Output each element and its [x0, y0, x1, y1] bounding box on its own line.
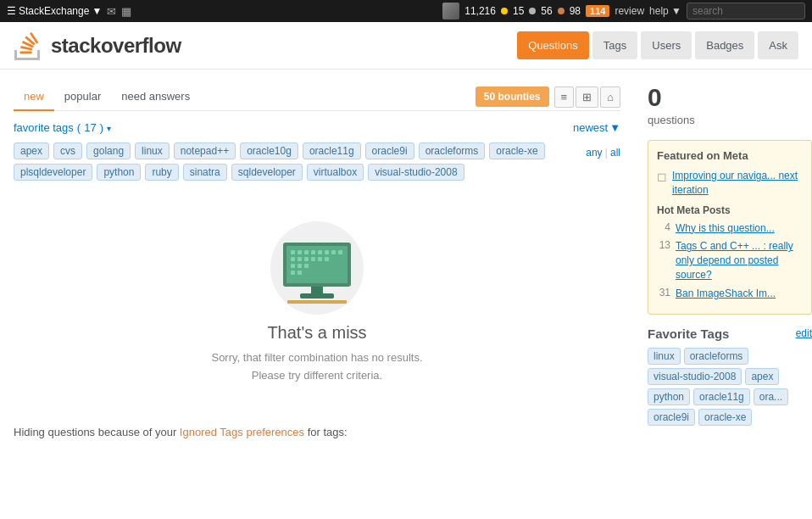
tag-chip[interactable]: cvs [53, 142, 82, 159]
tag-chip[interactable]: plsqldeveloper [14, 164, 92, 181]
bronze-count: 98 [570, 5, 581, 17]
view-buttons: ≡ ⊞ [554, 86, 599, 108]
users-nav-btn[interactable]: Users [641, 31, 692, 59]
stackexchange-link[interactable]: ☰ StackExchange ▼ [7, 5, 102, 17]
questions-count: 0 [648, 83, 812, 112]
fav-tag[interactable]: apex [745, 368, 779, 385]
tag-chip[interactable]: visual-studio-2008 [368, 164, 464, 181]
sidebar: 0 questions Featured on Meta ◻ Improving… [634, 70, 812, 455]
fav-tag[interactable]: oracle-xe [698, 409, 752, 426]
svg-rect-4 [298, 250, 302, 254]
empty-state: That's a miss Sorry, that filter combina… [14, 187, 620, 410]
filter-row: favorite tags (17) newest ▼ [14, 121, 620, 134]
fav-tag[interactable]: oracle11g [693, 388, 750, 405]
hot-link-3[interactable]: Ban ImageShack Im... [676, 287, 776, 301]
svg-rect-7 [318, 250, 322, 254]
meta-item-link[interactable]: Improving our naviga... next iteration [672, 169, 803, 198]
silver-dot [529, 8, 536, 14]
gold-dot [501, 8, 508, 14]
header: stackoverflow Questions Tags Users Badge… [0, 22, 812, 70]
search-input[interactable] [687, 3, 805, 20]
inbox-icon[interactable]: ✉ [107, 5, 116, 18]
hot-meta-item-2: 13 Tags C and C++ ... : really only depe… [657, 239, 803, 282]
fav-tag[interactable]: ora... [754, 388, 788, 405]
featured-meta-widget: Featured on Meta ◻ Improving our naviga.… [648, 140, 812, 315]
home-view-button[interactable]: ⌂ [600, 86, 620, 108]
tag-chip[interactable]: oracle9i [365, 142, 414, 159]
fav-tag[interactable]: visual-studio-2008 [648, 368, 742, 385]
grid-view-button[interactable]: ⊞ [576, 86, 598, 108]
fav-tag[interactable]: python [648, 388, 690, 405]
svg-rect-16 [325, 257, 329, 261]
hot-link-2[interactable]: Tags C and C++ ... : really only depend … [676, 239, 803, 282]
fav-tag[interactable]: oracle9i [648, 409, 695, 426]
review-link[interactable]: review [615, 5, 644, 17]
hot-num-3: 31 [657, 287, 670, 299]
svg-rect-20 [291, 271, 295, 275]
tag-chip[interactable]: oracle11g [303, 142, 361, 159]
logo-text: stackoverflow [51, 34, 181, 58]
tab-new[interactable]: new [14, 83, 54, 111]
tags-nav-btn[interactable]: Tags [592, 31, 637, 59]
tag-chip[interactable]: virtualbox [307, 164, 364, 181]
svg-rect-10 [338, 250, 342, 254]
ask-nav-btn[interactable]: Ask [758, 31, 798, 59]
svg-rect-14 [311, 257, 315, 261]
badges-nav-btn[interactable]: Badges [695, 31, 754, 59]
svg-rect-17 [291, 264, 295, 268]
tab-popular[interactable]: popular [54, 83, 111, 111]
questions-label: questions [648, 114, 812, 126]
fav-tags-header: Favorite Tags edit [648, 326, 812, 341]
fav-tag[interactable]: linux [648, 348, 681, 365]
svg-rect-19 [304, 264, 309, 268]
fav-tags-toggle[interactable]: favorite tags (17) [14, 121, 111, 134]
tag-chips-list: apexcvsgolanglinuxnotepad++oracle10gorac… [14, 142, 579, 181]
questions-nav-btn[interactable]: Questions [517, 31, 589, 59]
tag-chip[interactable]: oracle-xe [489, 142, 544, 159]
hot-link-1[interactable]: Why is this question... [676, 221, 775, 236]
logo-link[interactable]: stackoverflow [14, 31, 181, 61]
ignored-tags-link[interactable]: Ignored Tags preferences [180, 426, 304, 438]
sort-dropdown[interactable]: newest ▼ [573, 121, 620, 134]
svg-rect-6 [311, 250, 315, 254]
empty-subtitle: Sorry, that filter combination has no re… [211, 349, 422, 385]
hot-num-1: 4 [657, 221, 670, 233]
all-button[interactable]: all [610, 147, 620, 159]
achievements-icon[interactable]: ▦ [121, 5, 131, 18]
svg-rect-15 [318, 257, 322, 261]
meta-item-icon: ◻ [657, 170, 667, 183]
tag-chip[interactable]: sqldeveloper [231, 164, 303, 181]
fav-tags-chevron [107, 121, 111, 134]
content-area: new popular need answers 50 bounties ≡ ⊞… [0, 70, 634, 455]
tag-chip[interactable]: golang [86, 142, 131, 159]
hiding-notice: Hiding questions because of your Ignored… [14, 424, 620, 442]
avatar[interactable] [442, 3, 459, 20]
any-button[interactable]: any [586, 147, 602, 159]
help-link[interactable]: help ▼ [649, 5, 681, 17]
hot-meta-title: Hot Meta Posts [657, 204, 803, 216]
empty-illustration [262, 213, 372, 323]
topbar-right: 11,216 15 56 98 114 review help ▼ [442, 3, 805, 20]
featured-meta-title: Featured on Meta [657, 149, 803, 162]
bronze-dot [558, 8, 565, 14]
tag-chip[interactable]: oracle10g [240, 142, 298, 159]
svg-rect-22 [311, 287, 323, 293]
tab-need-answers[interactable]: need answers [111, 83, 200, 111]
fav-tags-edit-link[interactable]: edit [796, 327, 812, 339]
tag-chip[interactable]: linux [135, 142, 170, 159]
svg-rect-13 [304, 257, 309, 261]
list-view-button[interactable]: ≡ [554, 86, 575, 108]
bounties-button[interactable]: 50 bounties [476, 86, 549, 107]
svg-rect-23 [300, 293, 334, 299]
tag-chip[interactable]: notepad++ [174, 142, 236, 159]
tag-chip[interactable]: apex [14, 142, 49, 159]
tag-chip[interactable]: sinatra [183, 164, 227, 181]
svg-rect-5 [304, 250, 309, 254]
tag-chip[interactable]: python [97, 164, 141, 181]
topbar: ☰ StackExchange ▼ ✉ ▦ 11,216 15 56 98 11… [0, 0, 812, 22]
tag-chip[interactable]: ruby [145, 164, 178, 181]
fav-tag[interactable]: oracleforms [684, 348, 749, 365]
sort-chevron: ▼ [609, 121, 620, 134]
svg-rect-8 [325, 250, 329, 254]
tag-chip[interactable]: oracleforms [419, 142, 486, 159]
